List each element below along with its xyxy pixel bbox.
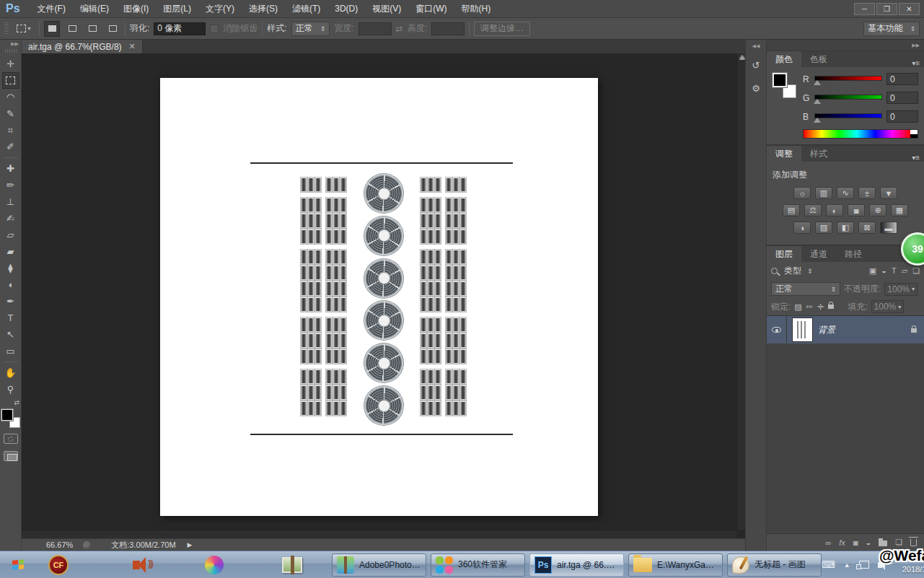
new-group-icon[interactable] (879, 540, 887, 546)
menu-layer[interactable]: 图层(L) (156, 0, 198, 18)
green-value-input[interactable]: 0 (886, 92, 918, 104)
taskbar-button-paint[interactable]: 无标题 - 画图 (727, 553, 822, 577)
restore-button[interactable]: ❐ (876, 3, 897, 15)
filter-smart-object-icon[interactable]: ❏ (912, 266, 920, 276)
keyboard-icon[interactable]: ⌨ (822, 559, 835, 570)
layer-style-icon[interactable]: fx (839, 538, 845, 547)
taskbar-button-360[interactable]: 360软件管家 (431, 553, 525, 577)
filter-type-icon[interactable]: T (892, 266, 897, 276)
foreground-color-swatch[interactable] (1, 409, 13, 421)
move-tool[interactable]: ✛ (2, 56, 19, 72)
threshold-icon[interactable]: ◧ (837, 222, 854, 234)
link-layers-icon[interactable]: ∞ (825, 538, 831, 547)
taskbar-button-photoshop[interactable]: Ps air.tga @ 66.7%… (529, 553, 624, 577)
swap-dimensions-icon[interactable]: ⇄ (396, 24, 403, 34)
height-input[interactable] (431, 22, 465, 35)
adjustment-layer-icon[interactable]: ◒ (866, 538, 871, 547)
show-hidden-icons[interactable]: ▲ (844, 561, 850, 569)
selection-subtract-button[interactable] (84, 21, 100, 37)
menu-window[interactable]: 窗口(W) (408, 0, 454, 18)
path-selection-tool[interactable]: ↖ (2, 326, 19, 343)
quick-mask-button[interactable] (4, 434, 18, 444)
crop-tool[interactable]: ⌗ (2, 122, 19, 139)
zoom-tool[interactable]: ⚲ (2, 381, 19, 398)
lock-transparency-icon[interactable]: ▨ (794, 302, 801, 312)
document-tab[interactable]: air.tga @ 66.7%(RGB/8) ✕ (22, 40, 143, 53)
selective-color-icon[interactable]: ⊠ (858, 222, 876, 234)
collapse-tools-icon[interactable]: ▶▶ (11, 41, 19, 47)
menu-image[interactable]: 图像(I) (116, 0, 156, 18)
posterize-icon[interactable]: ▨ (815, 222, 832, 234)
slider-thumb[interactable] (814, 118, 821, 123)
lock-all-icon[interactable] (828, 305, 834, 309)
zoom-level-field[interactable]: 66.67% (22, 540, 79, 549)
slider-thumb[interactable] (814, 99, 821, 104)
filter-shape-icon[interactable]: ▱ (902, 266, 907, 276)
style-select[interactable]: 正常 ⇕ (291, 22, 330, 36)
filter-adjustment-icon[interactable]: ◒ (881, 266, 886, 276)
tab-layers[interactable]: 图层 (767, 246, 801, 262)
hue-saturation-icon[interactable]: ▤ (783, 204, 800, 216)
taskbar-button-archive[interactable]: Adobe0Photosh… (332, 553, 426, 577)
crossfire-icon[interactable]: CF (48, 554, 69, 576)
dodge-tool[interactable]: ◖ (2, 276, 19, 293)
gradient-tool[interactable]: ▰ (2, 243, 19, 260)
hand-tool[interactable]: ✋ (2, 364, 19, 381)
menu-help[interactable]: 帮助(H) (454, 0, 498, 18)
tool-preset-picker[interactable]: ▾ (13, 21, 35, 37)
visibility-toggle[interactable] (767, 316, 787, 343)
collapse-dock-icon[interactable]: ◀◀ (752, 43, 760, 49)
menu-3d[interactable]: 3D(D) (327, 0, 365, 18)
photo-viewer-icon[interactable] (281, 554, 303, 576)
brush-tool[interactable]: ✏ (2, 177, 19, 193)
volume-app-icon[interactable] (126, 554, 147, 576)
selection-new-button[interactable] (44, 21, 60, 37)
lasso-tool[interactable]: ◠ (2, 89, 19, 105)
color-lookup-icon[interactable]: ▦ (891, 204, 908, 216)
media-swirl-icon[interactable] (203, 554, 225, 576)
tab-paths[interactable]: 路径 (836, 246, 871, 262)
taskbar-button-explorer[interactable]: E:\WanyxGames… (628, 553, 723, 577)
quick-selection-tool[interactable]: ✎ (2, 105, 19, 122)
close-button[interactable]: ✕ (899, 3, 920, 15)
history-brush-tool[interactable]: ✍ (2, 210, 19, 227)
screen-mode-button[interactable] (4, 451, 18, 461)
color-spectrum-ramp[interactable] (803, 129, 918, 139)
blue-slider[interactable] (814, 113, 882, 121)
photo-filter-icon[interactable]: ◙ (848, 204, 865, 216)
slider-thumb[interactable] (814, 80, 821, 85)
panel-menu-icon[interactable]: ▾≡ (912, 151, 924, 162)
selection-add-button[interactable] (64, 21, 80, 37)
expand-dock-icon[interactable]: ▶▶ (767, 40, 924, 51)
filter-kind-select[interactable]: 类型 ⇕ (781, 264, 816, 278)
color-balance-icon[interactable]: ⚖ (804, 204, 822, 216)
layer-mask-icon[interactable]: ◙ (853, 538, 858, 547)
properties-panel-icon[interactable]: ⚙ (747, 79, 765, 97)
menu-select[interactable]: 选择(S) (242, 0, 285, 18)
menu-filter[interactable]: 滤镜(T) (285, 0, 327, 18)
layer-thumbnail[interactable] (793, 318, 812, 341)
document-canvas[interactable] (160, 78, 598, 516)
layer-name[interactable]: 背景 (818, 324, 835, 336)
invert-icon[interactable]: ◑ (793, 222, 811, 234)
blue-value-input[interactable]: 0 (886, 110, 918, 123)
brightness-contrast-icon[interactable]: ☼ (793, 187, 811, 199)
tab-color[interactable]: 颜色 (767, 51, 801, 67)
blend-mode-select[interactable]: 正常 ⇕ (771, 282, 840, 296)
lock-position-icon[interactable]: ✛ (817, 302, 824, 312)
clone-stamp-tool[interactable]: ⊥ (2, 193, 19, 210)
gradient-map-icon[interactable]: ▬ (880, 222, 897, 234)
canvas-work-area[interactable] (22, 53, 745, 538)
lock-pixels-icon[interactable]: ✏ (806, 302, 813, 312)
width-input[interactable] (358, 22, 392, 35)
foreground-color-swatch[interactable] (773, 73, 787, 87)
tab-swatches[interactable]: 色板 (801, 51, 836, 67)
black-white-icon[interactable]: ◐ (826, 204, 843, 216)
pen-tool[interactable]: ✒ (2, 293, 19, 310)
levels-icon[interactable]: ▥ (815, 187, 832, 199)
red-slider[interactable] (814, 75, 882, 84)
feather-input[interactable]: 0 像素 (154, 22, 206, 35)
menu-type[interactable]: 文字(Y) (198, 0, 242, 18)
exposure-icon[interactable]: ± (858, 187, 876, 199)
tab-styles[interactable]: 样式 (801, 146, 836, 162)
